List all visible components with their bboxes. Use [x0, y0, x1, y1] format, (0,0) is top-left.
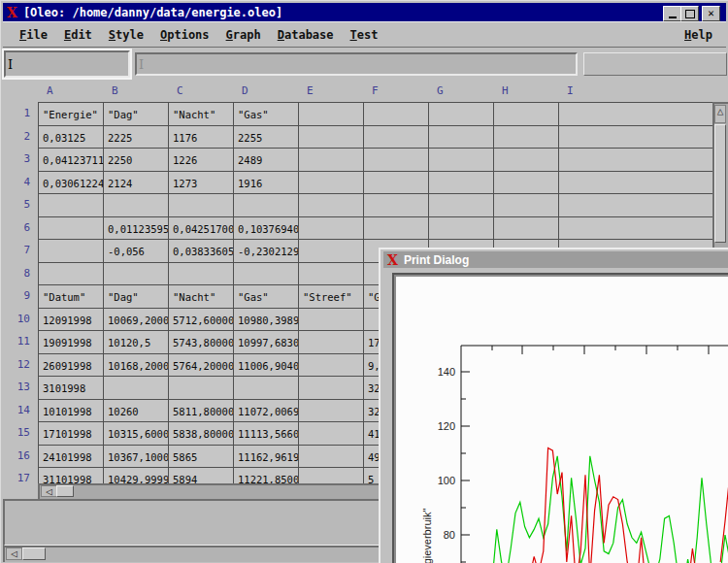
cell-A16[interactable]: 24101998 [39, 446, 104, 469]
cell-B2[interactable]: 2225 [104, 126, 169, 149]
cell-E2[interactable] [299, 126, 364, 149]
cell-D4[interactable]: 1916 [234, 172, 299, 195]
cell-A1[interactable]: "Energie" [39, 103, 104, 126]
cell-H1[interactable] [494, 103, 559, 126]
cell-B13[interactable] [104, 377, 169, 400]
cell-D14[interactable]: 11072,0069 [234, 400, 299, 423]
cell-D9[interactable]: "Gas" [234, 285, 299, 309]
cell-B12[interactable]: 10168,2000 [104, 354, 169, 378]
row-header-17[interactable]: 17 [1, 467, 38, 483]
cell-D2[interactable]: 2255 [234, 126, 299, 149]
cell-E15[interactable] [299, 422, 364, 446]
cell-E16[interactable] [299, 446, 364, 469]
cell-A15[interactable]: 17101998 [39, 422, 104, 446]
row-header-14[interactable]: 14 [1, 399, 38, 422]
cell-H3[interactable] [494, 149, 559, 172]
cell-E9[interactable]: "Streef" [299, 285, 364, 309]
cell-D13[interactable] [234, 377, 299, 400]
cell-E13[interactable] [299, 377, 364, 400]
row-header-16[interactable]: 16 [1, 445, 38, 468]
column-header-D[interactable]: D [242, 84, 248, 97]
cell-C4[interactable]: 1273 [169, 172, 234, 195]
cell-B4[interactable]: 2124 [104, 172, 169, 195]
cell-E1[interactable] [299, 103, 364, 126]
cell-C16[interactable]: 5865 [169, 446, 234, 469]
cell-B9[interactable]: "Dag" [104, 285, 169, 309]
cell-E5[interactable] [299, 194, 364, 217]
cell-B15[interactable]: 10315,6000 [104, 422, 169, 446]
cell-C7[interactable]: 0,03833605 [169, 240, 234, 263]
cell-I4[interactable] [559, 172, 716, 195]
maximize-button[interactable] [680, 6, 699, 21]
scroll-up-icon[interactable]: △ [714, 105, 726, 123]
menu-help[interactable]: Help [684, 28, 712, 42]
cell-B1[interactable]: "Dag" [104, 103, 169, 126]
column-header-F[interactable]: F [372, 84, 379, 97]
close-button[interactable]: ✕ [702, 6, 720, 21]
cell-D16[interactable]: 11162,9619 [234, 446, 299, 469]
cell-D6[interactable]: 0,10376940 [234, 217, 299, 241]
cell-H5[interactable] [494, 194, 559, 217]
row-header-3[interactable]: 3 [1, 148, 38, 171]
cell-C1[interactable]: "Nacht" [169, 103, 234, 126]
cell-C8[interactable] [169, 263, 234, 286]
cell-A3[interactable]: 0,04123711 [39, 149, 104, 172]
column-header-G[interactable]: G [437, 84, 444, 97]
cell-A12[interactable]: 26091998 [39, 354, 104, 378]
row-header-15[interactable]: 15 [1, 421, 38, 445]
cell-C6[interactable]: 0,04251700 [169, 217, 234, 241]
row-header-1[interactable]: 1 [1, 102, 38, 125]
cell-D5[interactable] [234, 194, 299, 217]
cell-E7[interactable] [299, 240, 364, 263]
bottom-scrollbar-thumb[interactable] [22, 547, 46, 560]
cell-C10[interactable]: 5712,60000 [169, 309, 234, 332]
cell-B14[interactable]: 10260 [104, 400, 169, 423]
menu-graph[interactable]: Graph [226, 28, 261, 42]
formula-input[interactable]: I [135, 52, 578, 76]
cell-A11[interactable]: 19091998 [39, 331, 104, 354]
cell-F5[interactable] [364, 194, 429, 217]
cell-A8[interactable] [39, 263, 104, 286]
cell-D3[interactable]: 2489 [234, 149, 299, 172]
cell-E11[interactable] [299, 331, 364, 354]
cell-A2[interactable]: 0,03125 [39, 126, 104, 149]
cell-C3[interactable]: 1226 [169, 149, 234, 172]
cell-A6[interactable] [39, 217, 104, 241]
menu-file[interactable]: File [19, 28, 48, 42]
menu-database[interactable]: Database [278, 28, 334, 42]
row-header-9[interactable]: 9 [1, 284, 38, 308]
column-header-I[interactable]: I [567, 84, 574, 97]
cell-C13[interactable] [169, 377, 234, 400]
cell-D10[interactable]: 10980,3989 [234, 309, 299, 332]
row-header-11[interactable]: 11 [1, 330, 38, 353]
cell-C2[interactable]: 1176 [169, 126, 234, 149]
cell-B17[interactable]: 10429,9999 [104, 468, 169, 484]
cell-F4[interactable] [364, 172, 429, 195]
column-header-C[interactable]: C [177, 84, 183, 97]
cell-F3[interactable] [364, 149, 429, 172]
cell-F2[interactable] [364, 126, 429, 149]
row-header-5[interactable]: 5 [1, 193, 38, 216]
cell-D8[interactable] [234, 263, 299, 286]
cell-A5[interactable] [39, 194, 104, 217]
cell-C14[interactable]: 5811,80000 [169, 400, 234, 423]
cell-G3[interactable] [429, 149, 494, 172]
cell-G5[interactable] [429, 194, 494, 217]
menu-test[interactable]: Test [350, 28, 379, 42]
cell-I3[interactable] [559, 149, 716, 172]
cell-B5[interactable] [104, 194, 169, 217]
cell-B3[interactable]: 2250 [104, 149, 169, 172]
cell-H6[interactable] [494, 217, 559, 241]
cell-A14[interactable]: 10101998 [39, 400, 104, 423]
cell-E17[interactable] [299, 468, 364, 484]
menu-edit[interactable]: Edit [64, 28, 92, 42]
cell-C17[interactable]: 5894 [169, 468, 234, 484]
cell-I6[interactable] [559, 217, 716, 241]
row-header-12[interactable]: 12 [1, 353, 38, 377]
cell-E3[interactable] [299, 149, 364, 172]
cell-E8[interactable] [299, 263, 364, 286]
cell-name-input[interactable]: I [4, 50, 130, 78]
cell-E12[interactable] [299, 354, 364, 378]
row-header-6[interactable]: 6 [1, 216, 38, 240]
cell-A9[interactable]: "Datum" [39, 285, 104, 309]
